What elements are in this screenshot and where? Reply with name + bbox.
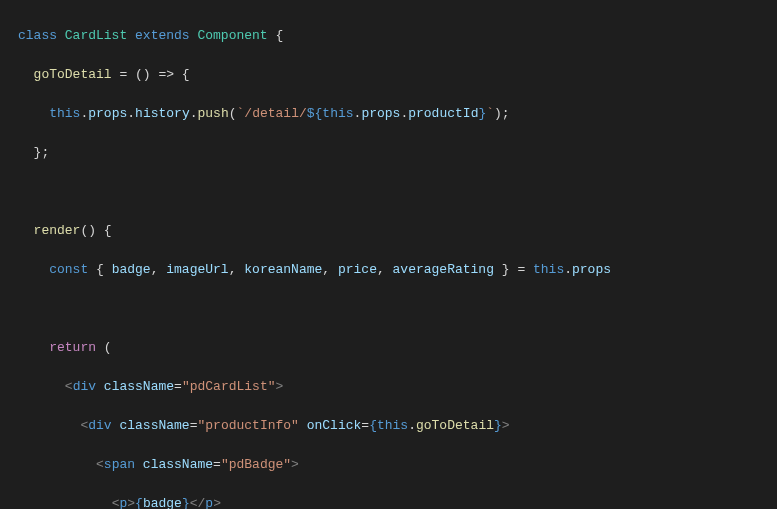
blank-line[interactable]	[18, 299, 777, 319]
method-name: render	[34, 223, 81, 238]
method-name: goToDetail	[34, 67, 112, 82]
code-line[interactable]: <div className="productInfo" onClick={th…	[18, 416, 777, 436]
class-name: CardList	[65, 28, 135, 43]
blank-line[interactable]	[18, 182, 777, 202]
code-line[interactable]: <p>{badge}</p>	[18, 494, 777, 510]
code-line[interactable]: <span className="pdBadge">	[18, 455, 777, 475]
brace-open: {	[275, 28, 283, 43]
code-editor[interactable]: class CardList extends Component { goToD…	[0, 0, 777, 509]
code-line[interactable]: <div className="pdCardList">	[18, 377, 777, 397]
code-line[interactable]: };	[18, 143, 777, 163]
code-line[interactable]: this.props.history.push(`/detail/${this.…	[18, 104, 777, 124]
code-line[interactable]: goToDetail = () => {	[18, 65, 777, 85]
keyword-extends: extends	[135, 28, 197, 43]
code-line[interactable]: return (	[18, 338, 777, 358]
superclass-name: Component	[197, 28, 275, 43]
keyword-class: class	[18, 28, 65, 43]
code-line[interactable]: render() {	[18, 221, 777, 241]
code-line[interactable]: const { badge, imageUrl, koreanName, pri…	[18, 260, 777, 280]
code-line[interactable]: class CardList extends Component {	[18, 26, 777, 46]
